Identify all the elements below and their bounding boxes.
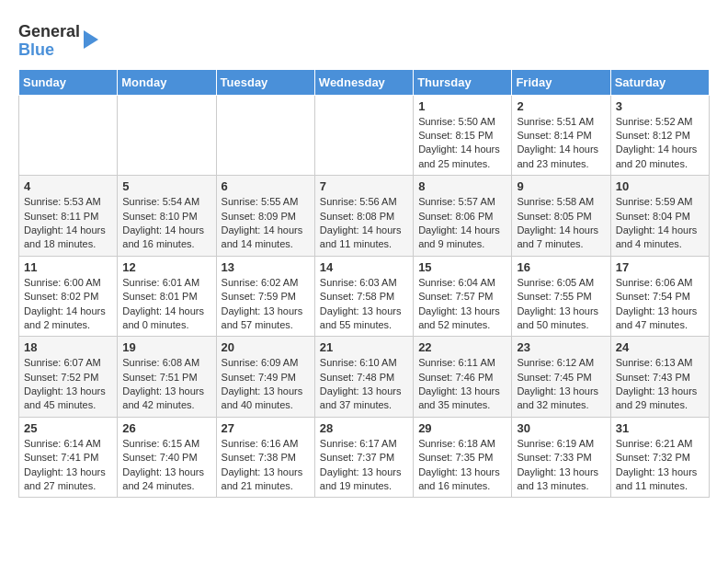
weekday-header: Saturday bbox=[610, 69, 709, 95]
day-detail: Sunrise: 6:12 AM Sunset: 7:45 PM Dayligh… bbox=[517, 356, 605, 413]
day-number: 22 bbox=[418, 340, 506, 354]
day-number: 26 bbox=[122, 421, 210, 435]
calendar-cell: 25Sunrise: 6:14 AM Sunset: 7:41 PM Dayli… bbox=[19, 417, 118, 498]
day-detail: Sunrise: 6:13 AM Sunset: 7:43 PM Dayligh… bbox=[616, 356, 704, 413]
day-detail: Sunrise: 5:58 AM Sunset: 8:05 PM Dayligh… bbox=[517, 195, 605, 252]
day-detail: Sunrise: 5:57 AM Sunset: 8:06 PM Dayligh… bbox=[418, 195, 506, 252]
day-number: 5 bbox=[122, 179, 210, 193]
day-number: 21 bbox=[320, 340, 408, 354]
calendar-cell bbox=[314, 95, 413, 176]
weekday-header: Sunday bbox=[19, 69, 118, 95]
day-detail: Sunrise: 6:10 AM Sunset: 7:48 PM Dayligh… bbox=[320, 356, 408, 413]
calendar-week-row: 18Sunrise: 6:07 AM Sunset: 7:52 PM Dayli… bbox=[19, 337, 710, 418]
day-detail: Sunrise: 6:04 AM Sunset: 7:57 PM Dayligh… bbox=[418, 276, 506, 333]
day-detail: Sunrise: 5:53 AM Sunset: 8:11 PM Dayligh… bbox=[24, 195, 112, 252]
calendar-cell: 8Sunrise: 5:57 AM Sunset: 8:06 PM Daylig… bbox=[414, 176, 512, 257]
calendar-cell: 6Sunrise: 5:55 AM Sunset: 8:09 PM Daylig… bbox=[216, 176, 314, 257]
calendar-cell: 31Sunrise: 6:21 AM Sunset: 7:32 PM Dayli… bbox=[610, 417, 709, 498]
calendar-cell: 28Sunrise: 6:17 AM Sunset: 7:37 PM Dayli… bbox=[314, 417, 413, 498]
calendar-cell: 14Sunrise: 6:03 AM Sunset: 7:58 PM Dayli… bbox=[314, 256, 413, 337]
calendar-cell: 17Sunrise: 6:06 AM Sunset: 7:54 PM Dayli… bbox=[610, 256, 709, 337]
day-number: 30 bbox=[517, 421, 605, 435]
calendar-week-row: 1Sunrise: 5:50 AM Sunset: 8:15 PM Daylig… bbox=[19, 95, 710, 176]
day-detail: Sunrise: 6:15 AM Sunset: 7:40 PM Dayligh… bbox=[122, 437, 210, 494]
day-detail: Sunrise: 6:21 AM Sunset: 7:32 PM Dayligh… bbox=[616, 437, 704, 494]
header: GeneralBlue bbox=[18, 18, 710, 60]
calendar-cell: 13Sunrise: 6:02 AM Sunset: 7:59 PM Dayli… bbox=[216, 256, 314, 337]
calendar-cell: 23Sunrise: 6:12 AM Sunset: 7:45 PM Dayli… bbox=[512, 337, 610, 418]
day-number: 14 bbox=[320, 260, 408, 274]
weekday-header: Monday bbox=[118, 69, 216, 95]
day-detail: Sunrise: 5:54 AM Sunset: 8:10 PM Dayligh… bbox=[122, 195, 210, 252]
weekday-header: Thursday bbox=[414, 69, 512, 95]
day-number: 19 bbox=[122, 340, 210, 354]
weekday-header: Wednesday bbox=[314, 69, 413, 95]
day-number: 17 bbox=[616, 260, 704, 274]
day-number: 6 bbox=[222, 179, 310, 193]
calendar-cell: 24Sunrise: 6:13 AM Sunset: 7:43 PM Dayli… bbox=[610, 337, 709, 418]
calendar-cell: 30Sunrise: 6:19 AM Sunset: 7:33 PM Dayli… bbox=[512, 417, 610, 498]
day-detail: Sunrise: 5:50 AM Sunset: 8:15 PM Dayligh… bbox=[418, 115, 506, 172]
day-detail: Sunrise: 6:17 AM Sunset: 7:37 PM Dayligh… bbox=[320, 437, 408, 494]
day-number: 27 bbox=[222, 421, 310, 435]
day-detail: Sunrise: 6:05 AM Sunset: 7:55 PM Dayligh… bbox=[517, 276, 605, 333]
day-number: 3 bbox=[616, 99, 704, 113]
day-detail: Sunrise: 6:11 AM Sunset: 7:46 PM Dayligh… bbox=[418, 356, 506, 413]
calendar-cell: 19Sunrise: 6:08 AM Sunset: 7:51 PM Dayli… bbox=[118, 337, 216, 418]
day-number: 15 bbox=[418, 260, 506, 274]
calendar-cell: 20Sunrise: 6:09 AM Sunset: 7:49 PM Dayli… bbox=[216, 337, 314, 418]
day-number: 16 bbox=[517, 260, 605, 274]
calendar-cell: 4Sunrise: 5:53 AM Sunset: 8:11 PM Daylig… bbox=[19, 176, 118, 257]
day-number: 11 bbox=[24, 260, 112, 274]
calendar-cell: 12Sunrise: 6:01 AM Sunset: 8:01 PM Dayli… bbox=[118, 256, 216, 337]
day-number: 20 bbox=[222, 340, 310, 354]
day-detail: Sunrise: 6:01 AM Sunset: 8:01 PM Dayligh… bbox=[122, 276, 210, 333]
day-number: 9 bbox=[517, 179, 605, 193]
day-detail: Sunrise: 6:06 AM Sunset: 7:54 PM Dayligh… bbox=[616, 276, 704, 333]
day-detail: Sunrise: 6:19 AM Sunset: 7:33 PM Dayligh… bbox=[517, 437, 605, 494]
day-number: 13 bbox=[222, 260, 310, 274]
day-detail: Sunrise: 6:08 AM Sunset: 7:51 PM Dayligh… bbox=[122, 356, 210, 413]
day-detail: Sunrise: 5:55 AM Sunset: 8:09 PM Dayligh… bbox=[222, 195, 310, 252]
day-number: 10 bbox=[616, 179, 704, 193]
day-number: 4 bbox=[24, 179, 112, 193]
day-detail: Sunrise: 5:59 AM Sunset: 8:04 PM Dayligh… bbox=[616, 195, 704, 252]
day-number: 24 bbox=[616, 340, 704, 354]
calendar-cell: 16Sunrise: 6:05 AM Sunset: 7:55 PM Dayli… bbox=[512, 256, 610, 337]
calendar-cell: 9Sunrise: 5:58 AM Sunset: 8:05 PM Daylig… bbox=[512, 176, 610, 257]
day-detail: Sunrise: 6:00 AM Sunset: 8:02 PM Dayligh… bbox=[24, 276, 112, 333]
day-number: 29 bbox=[418, 421, 506, 435]
calendar-cell: 1Sunrise: 5:50 AM Sunset: 8:15 PM Daylig… bbox=[414, 95, 512, 176]
day-number: 7 bbox=[320, 179, 408, 193]
day-detail: Sunrise: 5:51 AM Sunset: 8:14 PM Dayligh… bbox=[517, 115, 605, 172]
day-number: 18 bbox=[24, 340, 112, 354]
weekday-header: Friday bbox=[512, 69, 610, 95]
day-number: 8 bbox=[418, 179, 506, 193]
calendar-cell: 26Sunrise: 6:15 AM Sunset: 7:40 PM Dayli… bbox=[118, 417, 216, 498]
calendar-cell: 27Sunrise: 6:16 AM Sunset: 7:38 PM Dayli… bbox=[216, 417, 314, 498]
day-detail: Sunrise: 5:52 AM Sunset: 8:12 PM Dayligh… bbox=[616, 115, 704, 172]
day-number: 25 bbox=[24, 421, 112, 435]
calendar-cell: 3Sunrise: 5:52 AM Sunset: 8:12 PM Daylig… bbox=[610, 95, 709, 176]
weekday-header-row: SundayMondayTuesdayWednesdayThursdayFrid… bbox=[19, 69, 710, 95]
day-detail: Sunrise: 6:16 AM Sunset: 7:38 PM Dayligh… bbox=[222, 437, 310, 494]
calendar-cell: 2Sunrise: 5:51 AM Sunset: 8:14 PM Daylig… bbox=[512, 95, 610, 176]
calendar-cell: 15Sunrise: 6:04 AM Sunset: 7:57 PM Dayli… bbox=[414, 256, 512, 337]
day-detail: Sunrise: 6:14 AM Sunset: 7:41 PM Dayligh… bbox=[24, 437, 112, 494]
calendar-week-row: 11Sunrise: 6:00 AM Sunset: 8:02 PM Dayli… bbox=[19, 256, 710, 337]
calendar-cell: 21Sunrise: 6:10 AM Sunset: 7:48 PM Dayli… bbox=[314, 337, 413, 418]
day-number: 2 bbox=[517, 99, 605, 113]
calendar-week-row: 4Sunrise: 5:53 AM Sunset: 8:11 PM Daylig… bbox=[19, 176, 710, 257]
logo-line2: Blue bbox=[18, 40, 54, 59]
day-detail: Sunrise: 6:02 AM Sunset: 7:59 PM Dayligh… bbox=[222, 276, 310, 333]
calendar-cell: 11Sunrise: 6:00 AM Sunset: 8:02 PM Dayli… bbox=[19, 256, 118, 337]
logo: GeneralBlue bbox=[18, 23, 98, 60]
day-number: 28 bbox=[320, 421, 408, 435]
calendar-cell: 18Sunrise: 6:07 AM Sunset: 7:52 PM Dayli… bbox=[19, 337, 118, 418]
calendar-cell: 5Sunrise: 5:54 AM Sunset: 8:10 PM Daylig… bbox=[118, 176, 216, 257]
day-number: 12 bbox=[122, 260, 210, 274]
calendar-week-row: 25Sunrise: 6:14 AM Sunset: 7:41 PM Dayli… bbox=[19, 417, 710, 498]
calendar-cell: 7Sunrise: 5:56 AM Sunset: 8:08 PM Daylig… bbox=[314, 176, 413, 257]
weekday-header: Tuesday bbox=[216, 69, 314, 95]
day-detail: Sunrise: 6:18 AM Sunset: 7:35 PM Dayligh… bbox=[418, 437, 506, 494]
